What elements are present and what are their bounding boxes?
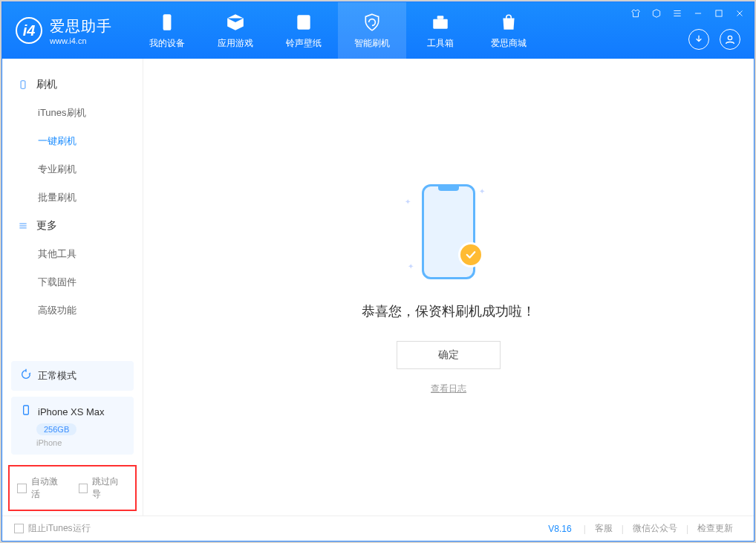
sync-icon (20, 368, 32, 383)
logo-title: 爱思助手 (50, 16, 112, 36)
footer-link-check-update[interactable]: 检查更新 (688, 522, 742, 535)
checkmark-badge-icon (458, 242, 483, 267)
shirt-icon[interactable] (629, 7, 642, 20)
phone-outline-icon (17, 79, 29, 91)
checkbox-box-icon (17, 484, 27, 493)
nav: 刷机 iTunes刷机 一键刷机 专业刷机 批量刷机 更多 其他工具 下载固件 … (2, 59, 143, 361)
tab-ringtones-wallpapers[interactable]: 铃声壁纸 (270, 2, 338, 59)
mode-label: 正常模式 (38, 369, 76, 383)
svg-rect-16 (24, 406, 29, 414)
checkbox-auto-activate[interactable]: 自动激活 (17, 475, 67, 501)
sparkle-icon: ✦ (405, 198, 411, 206)
main-content: ✦ ✦ ✦ 恭喜您，保资料刷机成功啦！ 确定 查看日志 (143, 59, 754, 516)
checkbox-block-itunes[interactable]: 阻止iTunes运行 (14, 522, 91, 535)
list-icon (17, 220, 29, 232)
refresh-shield-icon (362, 12, 382, 33)
close-button[interactable] (733, 7, 746, 20)
device-box[interactable]: iPhone XS Max 256GB iPhone (11, 397, 134, 455)
success-illustration: ✦ ✦ ✦ (400, 180, 497, 284)
maximize-button[interactable] (712, 7, 726, 20)
toolbox-icon (430, 12, 451, 33)
nav-item-advanced[interactable]: 高级功能 (2, 296, 143, 325)
checkbox-box-icon (79, 484, 88, 493)
shopping-bag-icon (498, 12, 519, 33)
nav-item-itunes-flash[interactable]: iTunes刷机 (2, 99, 143, 127)
header-right-icons (688, 29, 740, 50)
music-note-icon (293, 12, 314, 33)
tab-apps-games[interactable]: 应用游戏 (201, 2, 270, 59)
sparkle-icon: ✦ (408, 262, 414, 270)
svg-rect-3 (437, 16, 444, 19)
device-name: iPhone XS Max (38, 406, 105, 417)
tab-toolbox[interactable]: 工具箱 (406, 2, 475, 59)
view-log-link[interactable]: 查看日志 (431, 383, 466, 395)
logo-icon: i4 (16, 17, 42, 44)
logo-subtitle: www.i4.cn (50, 36, 112, 45)
tab-smart-flash[interactable]: 智能刷机 (338, 2, 406, 59)
mode-box: 正常模式 (11, 361, 134, 391)
minimize-button[interactable] (691, 7, 705, 20)
app-window: i4 爱思助手 www.i4.cn 我的设备 应用游戏 铃声壁纸 智能刷机 (1, 1, 755, 542)
version-label: V8.16 (548, 524, 571, 534)
svg-rect-12 (21, 81, 25, 89)
svg-rect-2 (433, 19, 448, 28)
device-icon (157, 12, 177, 33)
sparkle-icon: ✦ (479, 187, 485, 195)
cube-small-icon[interactable] (650, 7, 663, 20)
nav-item-download-firmware[interactable]: 下载固件 (2, 268, 143, 296)
nav-section-more: 更多 (2, 212, 143, 240)
footer: 阻止iTunes运行 V8.16 | 客服 | 微信公众号 | 检查更新 (2, 516, 754, 541)
nav-item-oneclick-flash[interactable]: 一键刷机 (2, 127, 143, 155)
nav-item-batch-flash[interactable]: 批量刷机 (2, 183, 143, 212)
nav-section-flash: 刷机 (2, 71, 143, 99)
cube-icon (225, 12, 246, 33)
user-icon[interactable] (720, 29, 740, 50)
options-highlighted: 自动激活 跳过向导 (8, 465, 137, 511)
svg-rect-0 (163, 14, 172, 30)
footer-link-support[interactable]: 客服 (586, 522, 622, 535)
success-message: 恭喜您，保资料刷机成功啦！ (362, 302, 535, 320)
window-controls (629, 7, 746, 20)
nav-item-other-tools[interactable]: 其他工具 (2, 240, 143, 268)
tab-store[interactable]: 爱思商城 (475, 2, 543, 59)
sidebar: 刷机 iTunes刷机 一键刷机 专业刷机 批量刷机 更多 其他工具 下载固件 … (2, 59, 143, 516)
device-type: iPhone (36, 438, 125, 447)
tab-my-device[interactable]: 我的设备 (133, 2, 201, 59)
svg-rect-8 (716, 10, 722, 16)
footer-link-wechat[interactable]: 微信公众号 (624, 522, 686, 535)
top-tabs: 我的设备 应用游戏 铃声壁纸 智能刷机 工具箱 爱思商城 (133, 2, 543, 59)
checkbox-box-icon (14, 524, 24, 533)
ok-button[interactable]: 确定 (397, 341, 501, 369)
checkbox-skip-guide[interactable]: 跳过向导 (79, 475, 128, 501)
nav-item-pro-flash[interactable]: 专业刷机 (2, 155, 143, 183)
logo: i4 爱思助手 www.i4.cn (2, 16, 126, 45)
download-icon[interactable] (688, 29, 709, 50)
storage-badge: 256GB (36, 423, 76, 435)
svg-point-11 (728, 36, 731, 39)
phone-small-icon (20, 404, 32, 419)
menu-icon[interactable] (671, 7, 684, 20)
titlebar: i4 爱思助手 www.i4.cn 我的设备 应用游戏 铃声壁纸 智能刷机 (2, 2, 754, 59)
body: 刷机 iTunes刷机 一键刷机 专业刷机 批量刷机 更多 其他工具 下载固件 … (2, 59, 754, 516)
